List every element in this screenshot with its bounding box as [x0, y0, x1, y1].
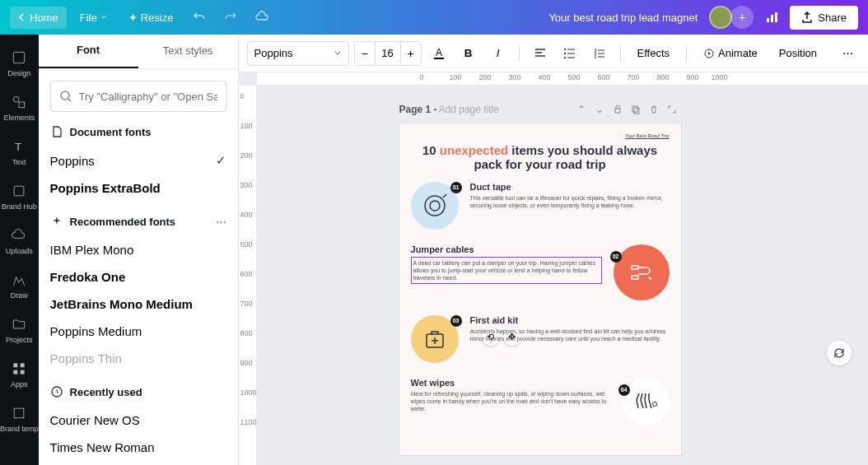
- more-options-button[interactable]: ⋯: [835, 41, 860, 66]
- text-styles-tab[interactable]: Text styles: [138, 35, 238, 68]
- rail-elements[interactable]: Elements: [0, 86, 39, 130]
- font-size-input[interactable]: [375, 42, 401, 65]
- effects-button[interactable]: Effects: [629, 42, 679, 64]
- svg-rect-9: [21, 363, 25, 367]
- item-description[interactable]: This versatile tool can be a lifesaver f…: [470, 194, 670, 209]
- page-down-button[interactable]: ⌄: [590, 100, 609, 119]
- font-poppins-medium[interactable]: Poppins Medium: [50, 318, 226, 345]
- item-title[interactable]: Wet wipes: [411, 378, 610, 388]
- svg-text:T: T: [15, 141, 21, 153]
- svg-text:A: A: [436, 47, 442, 58]
- svg-rect-10: [14, 370, 18, 374]
- list-item[interactable]: 04 Wet wipes Ideal for refreshing yourse…: [411, 378, 670, 425]
- svg-rect-16: [434, 58, 444, 59]
- italic-button[interactable]: I: [486, 41, 511, 66]
- text-color-button[interactable]: A: [427, 41, 451, 66]
- font-poppins-thin[interactable]: Poppins Thin: [50, 345, 226, 372]
- align-button[interactable]: [528, 41, 553, 66]
- chevron-down-icon: [100, 14, 107, 21]
- rail-design[interactable]: Design: [0, 41, 39, 86]
- spacing-button[interactable]: [587, 41, 612, 66]
- font-fredoka-one[interactable]: Fredoka One: [50, 263, 226, 291]
- copy-icon: [631, 105, 641, 114]
- refresh-button[interactable]: [827, 341, 852, 365]
- svg-rect-0: [767, 18, 769, 22]
- check-icon: ✓: [216, 153, 226, 168]
- list-item[interactable]: 03 First aid kit Accidents happen, so ha…: [411, 315, 670, 363]
- cloud-sync-button[interactable]: [249, 4, 275, 30]
- rail-draw[interactable]: Draw: [0, 263, 39, 308]
- item-title[interactable]: Duct tape: [470, 182, 670, 192]
- list-button[interactable]: [558, 41, 582, 66]
- font-poppins-extrabold[interactable]: Poppins ExtraBold: [50, 174, 226, 202]
- rail-apps[interactable]: Apps: [0, 352, 39, 397]
- expand-page-button[interactable]: [663, 100, 681, 119]
- sparkle-icon: [50, 215, 63, 228]
- font-jetbrains-mono[interactable]: JetBrains Mono Medium: [50, 291, 226, 318]
- lock-icon: [613, 105, 623, 114]
- rail-brand-templates[interactable]: Brand temp: [0, 397, 39, 441]
- share-button[interactable]: Share: [790, 6, 858, 30]
- resize-button[interactable]: ✦Resize: [120, 7, 182, 29]
- home-button[interactable]: Home: [10, 7, 67, 29]
- item-description[interactable]: Ideal for refreshing yourself, cleaning …: [411, 390, 610, 412]
- text-icon: T: [11, 138, 27, 155]
- list-item[interactable]: 01 Duct tape This versatile tool can be …: [411, 182, 670, 230]
- position-button[interactable]: Position: [771, 42, 825, 64]
- item-description[interactable]: Accidents happen, so having a well-stock…: [470, 328, 670, 342]
- font-poppins[interactable]: Poppins✓: [50, 146, 226, 174]
- item-title[interactable]: First aid kit: [470, 315, 670, 325]
- font-courier-new[interactable]: Courier New OS: [50, 407, 226, 434]
- canvas-scroll[interactable]: Page 1 - Add page title ⌃ ⌄ Your Best Ro…: [239, 86, 868, 465]
- rail-projects[interactable]: Projects: [0, 308, 39, 352]
- analytics-button[interactable]: [758, 4, 785, 30]
- item-description-selected[interactable]: A dead car battery can put a damper on y…: [411, 257, 602, 284]
- rail-brand-hub[interactable]: Brand Hub: [0, 174, 39, 219]
- item-title[interactable]: Jumper cables: [411, 244, 602, 254]
- duct-tape-icon: [420, 191, 450, 221]
- lock-button[interactable]: [609, 100, 627, 119]
- design-icon: [11, 49, 27, 66]
- font-ibm-plex-mono[interactable]: IBM Plex Mono: [50, 236, 226, 263]
- chevron-down-icon: [334, 49, 342, 58]
- document-heading[interactable]: 10 unexpected items you should always pa…: [411, 143, 670, 172]
- page-title-input[interactable]: Add page title: [439, 104, 499, 115]
- document-icon: [50, 125, 63, 138]
- font-size-increase[interactable]: +: [401, 42, 421, 65]
- share-label: Share: [818, 12, 847, 24]
- page-up-button[interactable]: ⌃: [572, 100, 590, 119]
- font-search[interactable]: [50, 81, 226, 112]
- undo-button[interactable]: [186, 4, 212, 30]
- rail-uploads[interactable]: Uploads: [0, 219, 39, 263]
- svg-rect-7: [14, 186, 24, 196]
- svg-point-18: [564, 53, 566, 54]
- document-title[interactable]: Your best road trip lead magnet: [548, 12, 698, 24]
- rail-text[interactable]: TText: [0, 130, 39, 174]
- redo-button[interactable]: [217, 4, 244, 30]
- more-options-button[interactable]: ⋯: [216, 216, 226, 228]
- upload-icon: [801, 12, 813, 23]
- canvas-page[interactable]: Your Best Road Trip 10 unexpected items …: [399, 123, 681, 455]
- item-number-badge: 04: [618, 384, 630, 396]
- font-tab[interactable]: Font: [39, 35, 138, 68]
- item-number-badge: 01: [450, 182, 462, 193]
- user-avatar[interactable]: [709, 6, 732, 29]
- svg-point-24: [425, 196, 445, 216]
- file-menu-button[interactable]: File: [72, 7, 115, 29]
- brand-hub-icon: [11, 183, 27, 199]
- delete-page-button[interactable]: [645, 100, 663, 119]
- sparkle-icon: ✦: [128, 12, 138, 24]
- bold-button[interactable]: B: [456, 41, 481, 66]
- duplicate-page-button[interactable]: [627, 100, 645, 119]
- refresh-icon: [833, 346, 846, 360]
- font-times-new-roman[interactable]: Times New Roman: [50, 434, 226, 461]
- animate-button[interactable]: Animate: [695, 42, 766, 64]
- item-icon-circle: 02: [614, 244, 670, 300]
- font-family-select[interactable]: Poppins: [247, 41, 349, 66]
- add-collaborator-button[interactable]: +: [730, 6, 754, 29]
- font-size-decrease[interactable]: −: [355, 42, 375, 65]
- recommended-fonts-header: Recommended fonts ⋯: [50, 215, 226, 228]
- horizontal-ruler: 0 100 200 300 400 500 600 700 800 900 10…: [257, 72, 868, 86]
- font-search-input[interactable]: [79, 91, 217, 103]
- list-item[interactable]: 02 Jumper cables A dead car battery can …: [411, 244, 670, 300]
